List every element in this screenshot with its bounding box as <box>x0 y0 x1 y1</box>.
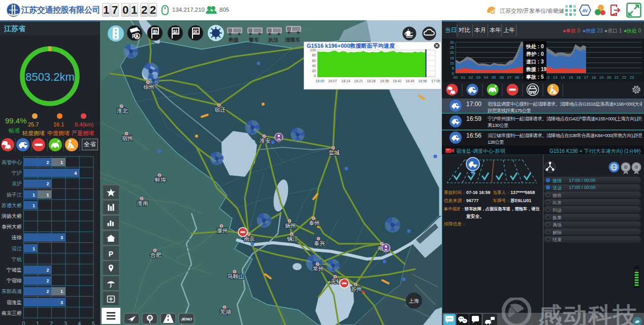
svg-text:0: 0 <box>22 321 25 325</box>
svg-text:上海: 上海 <box>408 298 419 304</box>
svg-text:京沪: 京沪 <box>12 181 22 186</box>
svg-text:1: 1 <box>33 192 35 198</box>
svg-text:连徐: 连徐 <box>12 235 22 240</box>
svg-text:宁宿徐: 宁宿徐 <box>7 278 22 283</box>
svg-text:2: 2 <box>46 181 49 186</box>
svg-text:10: 10 <box>450 61 454 66</box>
svg-text:泰州大桥: 泰州大桥 <box>2 224 22 230</box>
svg-text:淮北: 淮北 <box>116 108 128 114</box>
svg-text:芜湖: 芜湖 <box>220 309 231 315</box>
svg-text:23: 23 <box>630 75 634 80</box>
svg-text:3: 3 <box>60 235 63 240</box>
svg-text:0: 0 <box>314 74 316 78</box>
svg-text:宁沪: 宁沪 <box>12 170 22 176</box>
svg-text:宁靖盐: 宁靖盐 <box>7 267 22 273</box>
svg-text:1: 1 <box>60 160 63 165</box>
svg-text:19: 19 <box>599 75 603 80</box>
svg-text:蚌埠: 蚌埠 <box>155 177 166 183</box>
svg-text:08: 08 <box>515 75 519 80</box>
svg-text:东部高速: 东部高速 <box>2 288 22 294</box>
svg-text:P: P <box>109 250 113 258</box>
svg-text:16:21: 16:21 <box>354 79 363 83</box>
svg-text:2: 2 <box>50 321 53 325</box>
svg-text:02: 02 <box>469 75 473 80</box>
svg-text:16: 16 <box>576 75 581 80</box>
svg-text:1: 1 <box>46 192 49 198</box>
svg-text:滁州: 滁州 <box>216 228 228 234</box>
svg-text:40: 40 <box>312 64 316 68</box>
svg-text:高管中心: 高管中心 <box>2 159 22 165</box>
svg-text:A: A <box>136 35 139 39</box>
svg-text:常州: 常州 <box>313 266 324 272</box>
svg-text:宁杭: 宁杭 <box>12 256 22 262</box>
svg-text:16:07: 16:07 <box>328 79 337 83</box>
svg-text:4: 4 <box>78 321 81 325</box>
svg-text:17: 17 <box>584 75 588 80</box>
svg-text:22: 22 <box>622 75 626 80</box>
svg-text:16:56: 16:56 <box>418 79 427 83</box>
svg-text:G1516 k196+000救援断面平均速度: G1516 k196+000救援断面平均速度 <box>307 43 395 49</box>
svg-text:25: 25 <box>450 45 454 50</box>
svg-text:1: 1 <box>33 203 35 208</box>
svg-text:1: 1 <box>33 246 35 251</box>
svg-text:5: 5 <box>92 321 95 325</box>
svg-text:1: 1 <box>36 321 39 325</box>
svg-text:21: 21 <box>615 75 619 80</box>
svg-text:01: 01 <box>461 75 465 80</box>
svg-text:徐州: 徐州 <box>143 84 154 90</box>
svg-text:15: 15 <box>569 75 573 80</box>
svg-text:60: 60 <box>312 59 316 62</box>
svg-text:苏州: 苏州 <box>351 286 362 292</box>
svg-text:润扬大桥: 润扬大桥 <box>1 213 22 219</box>
svg-text:淮安: 淮安 <box>259 138 271 144</box>
svg-text:16:49: 16:49 <box>405 79 414 83</box>
svg-text:06: 06 <box>500 75 504 80</box>
svg-text:扬子江: 扬子江 <box>7 192 22 198</box>
svg-text:16:42: 16:42 <box>393 79 402 83</box>
svg-text:20: 20 <box>450 50 454 55</box>
svg-text:泰兴: 泰兴 <box>314 240 325 246</box>
svg-text:宿淮盐: 宿淮盐 <box>7 300 22 305</box>
svg-text:泰州: 泰州 <box>309 220 320 226</box>
svg-text:站: 站 <box>173 29 178 35</box>
svg-text:南京: 南京 <box>244 236 255 242</box>
svg-text:淮南: 淮南 <box>137 200 148 206</box>
svg-text:GU: GU <box>148 317 152 320</box>
svg-text:扬州: 扬州 <box>284 222 296 229</box>
svg-text:沿江: 沿江 <box>12 246 22 251</box>
svg-text:16:14: 16:14 <box>341 79 350 83</box>
svg-text:盐城: 盐城 <box>329 149 340 155</box>
svg-text:04: 04 <box>484 75 488 80</box>
svg-text:03: 03 <box>476 75 480 80</box>
svg-text:苏通大桥: 苏通大桥 <box>1 203 22 208</box>
svg-text:2: 2 <box>46 289 49 294</box>
svg-text:20: 20 <box>312 69 316 73</box>
svg-text:07: 07 <box>507 75 511 80</box>
svg-text:18: 18 <box>592 75 596 80</box>
svg-text:马鞍山: 马鞍山 <box>228 273 244 279</box>
svg-text:JENO: JENO <box>181 317 192 321</box>
svg-text:16:00: 16:00 <box>315 79 325 83</box>
svg-text:05: 05 <box>492 75 496 80</box>
svg-text:5: 5 <box>452 66 454 71</box>
svg-text:15: 15 <box>450 56 454 60</box>
svg-text:13: 13 <box>553 75 557 80</box>
svg-text:镇江: 镇江 <box>287 236 298 242</box>
svg-text:区: 区 <box>194 29 199 35</box>
svg-text:100: 100 <box>310 48 316 52</box>
svg-text:20: 20 <box>607 75 611 80</box>
svg-text:2: 2 <box>46 268 49 273</box>
svg-text:宿州: 宿州 <box>122 135 133 141</box>
svg-text:3: 3 <box>64 321 67 325</box>
svg-text:南京三桥: 南京三桥 <box>2 310 22 316</box>
svg-text:4V: 4V <box>582 8 588 13</box>
svg-text:1: 1 <box>60 289 63 294</box>
svg-text:助: 助 <box>152 29 158 35</box>
svg-text:16:28: 16:28 <box>367 79 376 83</box>
svg-text:14: 14 <box>561 75 565 80</box>
svg-text:2: 2 <box>46 160 49 165</box>
svg-text:00: 00 <box>454 75 458 80</box>
svg-text:4: 4 <box>74 171 77 176</box>
svg-text:80: 80 <box>312 53 316 57</box>
svg-text:2: 2 <box>46 278 49 283</box>
